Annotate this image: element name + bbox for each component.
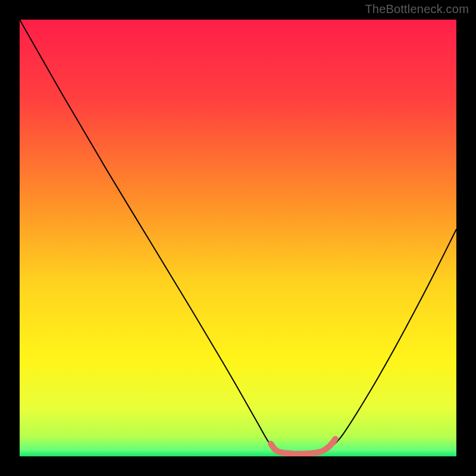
chart-frame: TheBottleneck.com (0, 0, 476, 476)
bottleneck-chart (20, 20, 456, 456)
svg-rect-0 (20, 20, 456, 456)
watermark-text: TheBottleneck.com (365, 2, 469, 16)
